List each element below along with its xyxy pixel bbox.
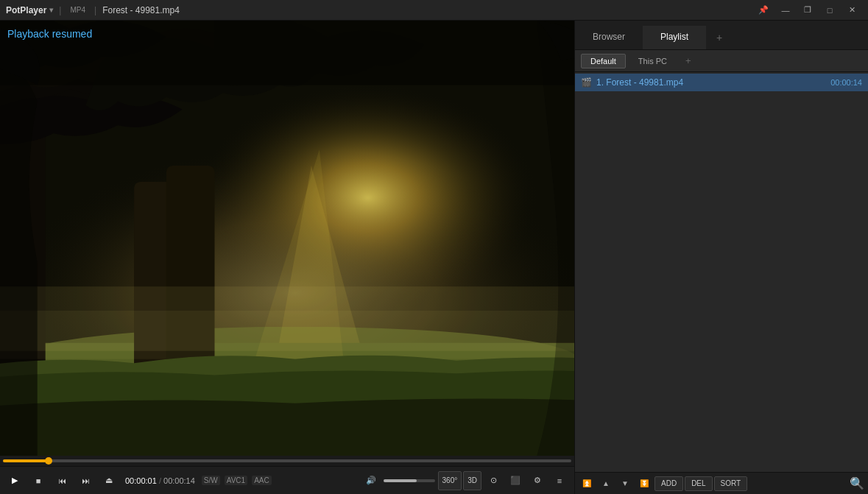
pl-move-top[interactable]: ⏫ <box>578 476 596 492</box>
volume-bar[interactable] <box>384 479 435 482</box>
playlist-item-duration: 00:00:14 <box>830 78 862 87</box>
pl-move-up[interactable]: ▲ <box>597 476 615 492</box>
main-content: Playback resumed ▶ ■ ⏮ ⏭ ⏏ 00:00:01 / 00… <box>0 21 868 494</box>
playback-status: Playback resumed <box>7 28 92 40</box>
right-panel: Browser Playlist + Default This PC + 🎬 1… <box>574 21 868 494</box>
title-separator: | <box>59 5 61 15</box>
restore-button[interactable]: ❐ <box>797 2 818 18</box>
pl-search-button[interactable]: 🔍 <box>849 476 865 492</box>
seek-bar[interactable] <box>3 459 571 462</box>
btn-360[interactable]: 360° <box>438 471 462 490</box>
pl-sort-button[interactable]: SORT <box>714 476 748 491</box>
playlist-item[interactable]: 🎬 1. Forest - 49981.mp4 00:00:14 <box>575 74 868 91</box>
next-button[interactable]: ⏭ <box>75 471 96 490</box>
open-button[interactable]: ⏏ <box>99 471 119 490</box>
aac-badge: AAC <box>252 476 272 485</box>
pin-button[interactable]: 📌 <box>753 2 774 18</box>
window-controls: 📌 — ❐ □ ✕ <box>753 2 862 18</box>
maximize-button[interactable]: □ <box>819 2 840 18</box>
seek-progress <box>3 459 49 462</box>
app-name: PotPlayer <box>6 5 46 15</box>
subtab-add-button[interactable]: + <box>680 53 697 68</box>
svg-rect-9 <box>0 311 574 359</box>
app-logo: PotPlayer ▾ <box>6 5 53 15</box>
volume-container: 🔊 <box>361 471 435 490</box>
subtab-thispc[interactable]: This PC <box>629 54 677 68</box>
time-total: 00:00:14 <box>163 476 195 485</box>
right-controls: 360° 3D ⊙ ⬛ ⚙ ≡ <box>438 471 570 490</box>
btn-settings[interactable]: ⚙ <box>527 471 548 490</box>
title-separator2: | <box>94 5 96 15</box>
volume-fill <box>384 479 417 482</box>
time-current: 00:00:01 <box>125 476 157 485</box>
btn-subtitle[interactable]: ⬛ <box>505 471 526 490</box>
minimize-button[interactable]: — <box>775 2 796 18</box>
panel-tabs: Browser Playlist + <box>575 21 868 50</box>
avc1-badge: AVC1 <box>225 476 247 485</box>
btn-menu[interactable]: ≡ <box>549 471 570 490</box>
controls-bar: ▶ ■ ⏮ ⏭ ⏏ 00:00:01 / 00:00:14 S/W AVC1 A… <box>0 466 574 494</box>
tab-browser[interactable]: Browser <box>575 26 643 49</box>
close-button[interactable]: ✕ <box>841 2 862 18</box>
play-button[interactable]: ▶ <box>4 471 25 490</box>
pl-del-button[interactable]: DEL <box>685 476 712 491</box>
prev-button[interactable]: ⏮ <box>52 471 72 490</box>
pl-add-button[interactable]: ADD <box>654 476 683 491</box>
file-name: Forest - 49981.mp4 <box>102 5 180 15</box>
playlist-bottom: ⏫ ▲ ▼ ⏬ ADD DEL SORT 🔍 <box>575 472 868 494</box>
file-format: MP4 <box>68 5 88 15</box>
pl-move-bottom[interactable]: ⏬ <box>635 476 653 492</box>
pl-move-down[interactable]: ▼ <box>616 476 634 492</box>
video-panel: Playback resumed ▶ ■ ⏮ ⏭ ⏏ 00:00:01 / 00… <box>0 21 574 494</box>
playlist-item-name: 1. Forest - 49981.mp4 <box>596 77 826 88</box>
time-display: 00:00:01 / 00:00:14 <box>122 476 198 485</box>
title-bar: PotPlayer ▾ | MP4 | Forest - 49981.mp4 📌… <box>0 0 868 21</box>
sw-badge: S/W <box>202 476 220 485</box>
volume-icon[interactable]: 🔊 <box>361 471 381 490</box>
playlist-items: 🎬 1. Forest - 49981.mp4 00:00:14 <box>575 72 868 472</box>
playlist-item-icon: 🎬 <box>581 77 592 88</box>
btn-zoom[interactable]: ⊙ <box>483 471 504 490</box>
tab-playlist[interactable]: Playlist <box>643 26 706 49</box>
app-dropdown-icon[interactable]: ▾ <box>49 6 53 14</box>
seek-bar-container[interactable] <box>0 456 574 466</box>
playlist-subtabs: Default This PC + <box>575 50 868 72</box>
video-area[interactable]: Playback resumed <box>0 21 574 456</box>
tab-add-button[interactable]: + <box>706 26 733 49</box>
btn-3d[interactable]: 3D <box>463 471 481 490</box>
subtab-default[interactable]: Default <box>581 54 626 68</box>
stop-button[interactable]: ■ <box>28 471 49 490</box>
seek-thumb <box>45 457 52 465</box>
